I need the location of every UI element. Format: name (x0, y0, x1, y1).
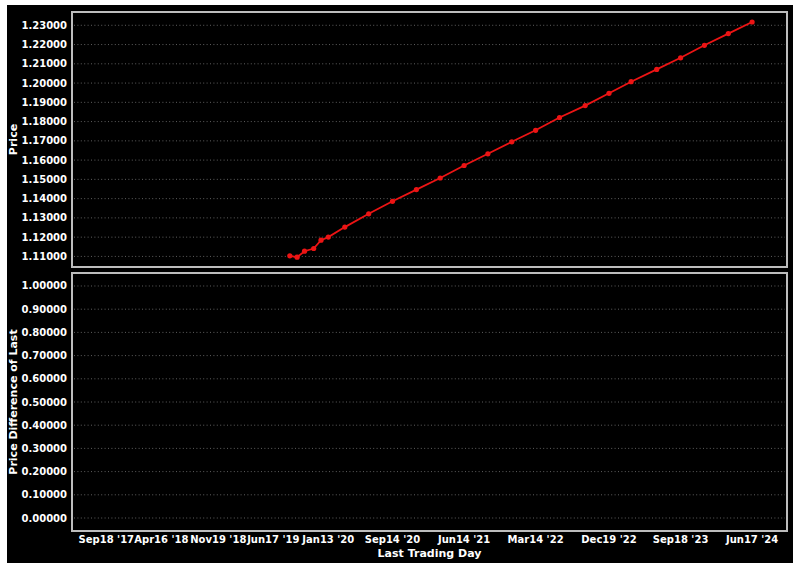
y-tick-label: 0.50000 (21, 397, 67, 408)
x-tick-label: Dec19 '22 (581, 534, 636, 545)
y-tick-label: 1.20000 (21, 78, 67, 89)
price-difference-axis-title: Price Difference of Last (7, 329, 20, 474)
y-tick-label: 0.30000 (21, 443, 67, 454)
y-tick-label: 1.22000 (21, 39, 67, 50)
y-tick-label: 1.19000 (21, 97, 67, 108)
data-point-marker (366, 211, 371, 216)
y-tick-label: 1.14000 (21, 193, 67, 204)
data-point-marker (414, 187, 419, 192)
x-axis-title: Last Trading Day (378, 547, 482, 560)
data-point-marker (533, 128, 538, 133)
data-point-marker (326, 235, 331, 240)
y-tick-label: 0.80000 (21, 327, 67, 338)
y-tick-label: 1.15000 (21, 174, 67, 185)
data-point-marker (629, 79, 634, 84)
data-point-marker (390, 199, 395, 204)
data-point-marker (318, 238, 323, 243)
y-tick-label: 0.40000 (21, 420, 67, 431)
data-point-marker (438, 175, 443, 180)
data-point-marker (287, 253, 292, 258)
data-point-marker (311, 246, 316, 251)
data-point-marker (583, 103, 588, 108)
data-point-marker (485, 151, 490, 156)
y-tick-label: 1.18000 (21, 116, 67, 127)
data-point-marker (509, 139, 514, 144)
y-tick-label: 1.17000 (21, 135, 67, 146)
data-point-marker (342, 225, 347, 230)
data-point-marker (654, 67, 659, 72)
data-point-marker (750, 19, 755, 24)
data-point-marker (606, 91, 611, 96)
data-point-marker (557, 115, 562, 120)
y-tick-label: 0.70000 (21, 350, 67, 361)
y-tick-label: 0.20000 (21, 466, 67, 477)
y-tick-label: 1.00000 (21, 280, 67, 291)
data-point-marker (295, 255, 300, 260)
data-point-marker (726, 31, 731, 36)
data-point-marker (462, 163, 467, 168)
y-tick-label: 0.60000 (21, 373, 67, 384)
data-point-marker (702, 43, 707, 48)
y-tick-label: 0.00000 (21, 513, 67, 524)
x-tick-label: Nov19 '18 (190, 534, 246, 545)
y-tick-label: 1.16000 (21, 155, 67, 166)
x-tick-label: Sep18 '23 (653, 534, 709, 545)
x-tick-label: Apr16 '18 (134, 534, 188, 545)
x-tick-label: Mar14 '22 (508, 534, 564, 545)
x-tick-label: Jan13 '20 (301, 534, 354, 545)
x-tick-label: Sep14 '20 (365, 534, 421, 545)
y-tick-label: 0.90000 (21, 304, 67, 315)
chart-window: 1.110001.120001.130001.140001.150001.160… (0, 0, 800, 573)
y-tick-label: 1.21000 (21, 58, 67, 69)
y-tick-label: 1.12000 (21, 232, 67, 243)
x-tick-label: Jun17 '24 (725, 534, 778, 545)
y-tick-label: 0.10000 (21, 489, 67, 500)
y-tick-label: 1.23000 (21, 20, 67, 31)
chart-background (7, 5, 793, 563)
x-tick-label: Jun14 '21 (437, 534, 490, 545)
price-axis-title: Price (7, 124, 20, 155)
futures-curve-chart: 1.110001.120001.130001.140001.150001.160… (0, 0, 800, 573)
y-tick-label: 1.13000 (21, 212, 67, 223)
y-tick-label: 1.11000 (21, 251, 67, 262)
data-point-marker (302, 249, 307, 254)
x-tick-label: Sep18 '17 (79, 534, 135, 545)
data-point-marker (678, 55, 683, 60)
x-tick-label: Jun17 '19 (246, 534, 299, 545)
